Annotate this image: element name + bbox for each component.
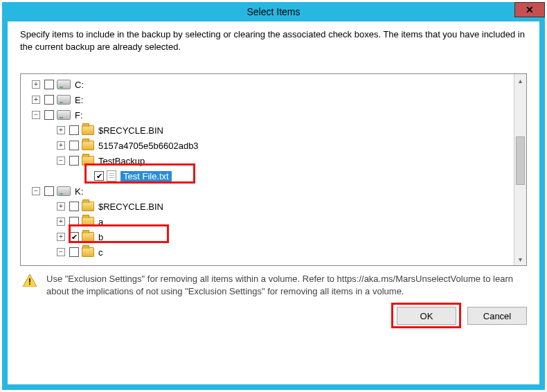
checkbox[interactable]: [44, 95, 54, 105]
expand-icon[interactable]: +: [57, 141, 65, 150]
folder-icon: [82, 232, 94, 242]
drive-icon: [57, 186, 71, 196]
dialog-window: Select Items ✕ Specify items to include …: [2, 2, 545, 390]
collapse-icon[interactable]: −: [32, 187, 40, 195]
folder-icon: [82, 217, 94, 226]
collapse-icon[interactable]: −: [57, 248, 65, 256]
dialog-body: Specify items to include in the backup b…: [8, 21, 539, 384]
tree-row[interactable]: −TestBackup: [22, 153, 512, 168]
tree-item-label[interactable]: 5157a4705e5b6602adb3: [98, 141, 199, 151]
tree-item-label[interactable]: $RECYCLE.BIN: [98, 125, 163, 136]
warning-icon: !: [23, 274, 37, 287]
tree-row[interactable]: +$RECYCLE.BIN: [22, 199, 512, 214]
drive-icon: [57, 95, 71, 105]
collapse-icon[interactable]: −: [57, 157, 65, 165]
window-title: Select Items: [246, 6, 300, 17]
scroll-thumb[interactable]: [516, 136, 525, 185]
tree-item-label[interactable]: $RECYCLE.BIN: [98, 202, 163, 212]
tree-row[interactable]: +E:: [22, 92, 512, 107]
collapse-icon[interactable]: −: [32, 111, 40, 119]
file-icon: [107, 170, 116, 181]
instructions-text: Specify items to include in the backup b…: [20, 28, 527, 53]
tree-row[interactable]: −F:: [22, 107, 512, 123]
checkbox[interactable]: [69, 247, 79, 257]
file-tree[interactable]: +C:+E:−F:+$RECYCLE.BIN+5157a4705e5b6602a…: [21, 74, 514, 265]
scroll-up-arrow[interactable]: ▴: [514, 74, 526, 87]
folder-icon: [82, 156, 94, 166]
folder-icon: [82, 247, 94, 257]
expand-icon[interactable]: +: [57, 217, 65, 226]
tree-row[interactable]: −c: [22, 244, 512, 260]
tree-container: +C:+E:−F:+$RECYCLE.BIN+5157a4705e5b6602a…: [20, 73, 527, 266]
titlebar: Select Items ✕: [2, 2, 545, 21]
button-row: OK Cancel: [20, 307, 527, 325]
expand-placeholder: [82, 172, 90, 180]
tree-item-label[interactable]: TestBackup: [98, 156, 145, 166]
checkbox[interactable]: [69, 217, 79, 226]
tree-item-label[interactable]: E:: [75, 95, 83, 105]
drive-icon: [57, 80, 71, 89]
checkbox[interactable]: [44, 110, 54, 120]
checkbox[interactable]: [69, 202, 79, 211]
checkbox[interactable]: [44, 186, 54, 196]
tree-row[interactable]: −K:: [22, 184, 512, 199]
checkbox[interactable]: [69, 141, 79, 150]
tree-row[interactable]: +$RECYCLE.BIN: [22, 123, 512, 138]
tree-item-label[interactable]: c: [98, 247, 103, 258]
tree-item-label[interactable]: K:: [75, 186, 83, 197]
ok-button[interactable]: OK: [397, 307, 456, 325]
folder-icon: [82, 202, 94, 211]
tree-item-label[interactable]: C:: [75, 80, 84, 90]
scroll-down-arrow[interactable]: ▾: [514, 253, 526, 265]
checkbox[interactable]: [69, 156, 79, 166]
tree-item-label[interactable]: F:: [75, 110, 83, 121]
tree-row[interactable]: +C:: [22, 77, 512, 92]
svg-text:!: !: [28, 277, 31, 287]
checkbox[interactable]: [94, 171, 104, 181]
cancel-button[interactable]: Cancel: [467, 307, 527, 325]
tree-item-label[interactable]: Test File.txt: [120, 171, 172, 181]
checkbox[interactable]: [69, 232, 79, 242]
tree-item-label[interactable]: b: [98, 232, 103, 242]
close-button[interactable]: ✕: [514, 2, 545, 17]
tree-row[interactable]: +5157a4705e5b6602adb3: [22, 138, 512, 153]
folder-icon: [82, 141, 94, 150]
expand-icon[interactable]: +: [57, 202, 65, 211]
expand-icon[interactable]: +: [57, 233, 65, 241]
drive-icon: [57, 110, 71, 120]
tree-row[interactable]: Test File.txt: [22, 168, 512, 184]
exclusion-note-text: Use "Exclusion Settings" for removing al…: [46, 273, 527, 297]
vertical-scrollbar[interactable]: ▴ ▾: [514, 74, 526, 265]
checkbox[interactable]: [69, 125, 79, 135]
exclusion-note: ! Use "Exclusion Settings" for removing …: [20, 273, 527, 297]
tree-item-label[interactable]: a: [98, 217, 103, 227]
expand-icon[interactable]: +: [57, 126, 65, 134]
folder-icon: [82, 125, 94, 135]
expand-icon[interactable]: +: [32, 96, 40, 104]
checkbox[interactable]: [44, 80, 54, 89]
expand-icon[interactable]: +: [32, 80, 40, 89]
tree-row[interactable]: +a: [22, 214, 512, 229]
tree-row[interactable]: +b: [22, 229, 512, 244]
